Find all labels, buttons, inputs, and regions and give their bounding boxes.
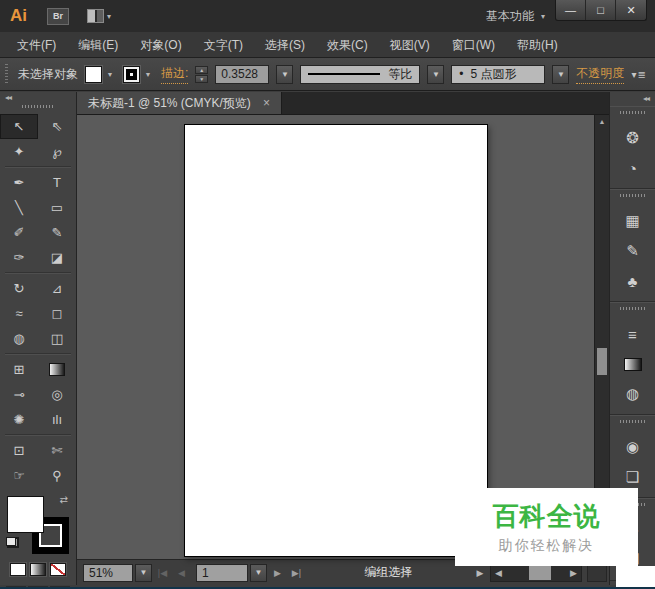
- stroke-color-control[interactable]: ▼: [123, 66, 154, 83]
- panel-gripper[interactable]: [22, 105, 54, 108]
- menu-help[interactable]: 帮助(H): [506, 32, 569, 58]
- previous-artboard-button[interactable]: ◀: [173, 568, 190, 578]
- fill-swatch[interactable]: [85, 66, 102, 83]
- mesh-tool[interactable]: ⊞: [0, 357, 38, 382]
- panel-gripper[interactable]: [620, 111, 646, 114]
- color-button[interactable]: [10, 563, 26, 576]
- shape-builder-tool[interactable]: ◍: [0, 326, 38, 351]
- selection-tool[interactable]: ↖: [0, 114, 38, 139]
- scroll-left-icon[interactable]: ◀: [495, 568, 502, 578]
- width-profile-dropdown[interactable]: ▼: [427, 65, 444, 84]
- stroke-swatch[interactable]: [123, 66, 140, 83]
- brush-definition-select[interactable]: • 5 点圆形: [451, 65, 545, 84]
- menu-select[interactable]: 选择(S): [254, 32, 316, 58]
- magic-wand-tool[interactable]: ✦: [0, 139, 38, 164]
- pencil-tool[interactable]: ✎: [38, 220, 76, 245]
- symbol-sprayer-tool[interactable]: ✺: [0, 407, 38, 432]
- control-panel-menu-icon[interactable]: ▾≣: [632, 69, 647, 80]
- stroke-weight-input[interactable]: 0.3528: [215, 65, 269, 84]
- perspective-grid-tool[interactable]: ◫: [38, 326, 76, 351]
- stroke-panel-link[interactable]: 描边:: [161, 65, 188, 84]
- type-tool[interactable]: T: [38, 170, 76, 195]
- panel-gripper[interactable]: [620, 307, 646, 310]
- artboard-number-input[interactable]: 1: [196, 564, 248, 582]
- transparency-panel-icon[interactable]: ◍: [620, 382, 646, 406]
- gradient-tool[interactable]: [38, 357, 76, 382]
- horizontal-scrollbar-thumb[interactable]: [529, 566, 551, 580]
- arrange-documents-button[interactable]: ▾: [87, 9, 111, 23]
- rotate-tool[interactable]: ↻: [0, 276, 38, 301]
- brush-definition-dropdown[interactable]: ▼: [552, 65, 569, 84]
- stepper-up-button[interactable]: ▲: [195, 66, 208, 74]
- graphic-styles-panel-icon[interactable]: ❏: [620, 465, 646, 489]
- paintbrush-tool[interactable]: ✐: [0, 220, 38, 245]
- opacity-panel-link[interactable]: 不透明度: [576, 65, 624, 84]
- scroll-right-icon[interactable]: ▶: [570, 568, 577, 578]
- status-menu-button[interactable]: ▶: [472, 568, 488, 578]
- menu-effect[interactable]: 效果(C): [316, 32, 379, 58]
- minimize-button[interactable]: —: [556, 0, 586, 20]
- chevron-down-icon[interactable]: ▼: [142, 67, 154, 81]
- artboard-tool[interactable]: ⊡: [0, 438, 38, 463]
- menu-type[interactable]: 文字(T): [193, 32, 254, 58]
- menu-object[interactable]: 对象(O): [129, 32, 192, 58]
- scale-tool[interactable]: ⊿: [38, 276, 76, 301]
- appearance-panel-icon[interactable]: ◉: [620, 435, 646, 459]
- workspace-switcher[interactable]: 基本功能 ▾: [486, 8, 545, 25]
- chevron-down-icon[interactable]: ▼: [104, 67, 116, 81]
- bridge-button[interactable]: Br: [47, 8, 69, 25]
- slice-tool[interactable]: ✄: [38, 438, 76, 463]
- scroll-up-icon[interactable]: ▲: [595, 118, 609, 125]
- vertical-scrollbar-thumb[interactable]: [597, 348, 607, 375]
- swap-fill-stroke-icon[interactable]: ⇄: [60, 494, 68, 505]
- color-guide-panel-icon[interactable]: ◔: [620, 156, 646, 180]
- menu-file[interactable]: 文件(F): [6, 32, 67, 58]
- panel-gripper[interactable]: [620, 420, 646, 423]
- fill-color-control[interactable]: ▼: [85, 66, 116, 83]
- stroke-panel-icon[interactable]: ≡: [620, 322, 646, 346]
- brushes-panel-icon[interactable]: ✎: [620, 239, 646, 263]
- none-button[interactable]: [50, 563, 66, 576]
- first-artboard-button[interactable]: |◀: [154, 568, 171, 578]
- pen-tool[interactable]: ✒: [0, 170, 38, 195]
- symbols-panel-icon[interactable]: ♣: [620, 269, 646, 293]
- zoom-dropdown[interactable]: ▼: [135, 564, 152, 582]
- menu-view[interactable]: 视图(V): [379, 32, 441, 58]
- rectangle-tool[interactable]: ▭: [38, 195, 76, 220]
- blob-brush-tool[interactable]: ✑: [0, 245, 38, 270]
- stroke-weight-dropdown[interactable]: ▼: [276, 65, 293, 84]
- collapse-panel-icon[interactable]: ◂◂: [5, 93, 11, 102]
- eraser-tool[interactable]: ◪: [38, 245, 76, 270]
- close-button[interactable]: ✕: [616, 0, 646, 20]
- direct-selection-tool[interactable]: ⇖: [38, 114, 76, 139]
- eyedropper-tool[interactable]: ⊸: [0, 382, 38, 407]
- menu-edit[interactable]: 编辑(E): [67, 32, 129, 58]
- gradient-panel-icon[interactable]: [620, 352, 646, 376]
- default-fill-stroke-icon[interactable]: [6, 537, 19, 548]
- color-panel-icon[interactable]: ❂: [620, 126, 646, 150]
- expand-panels-icon[interactable]: ◂◂: [610, 92, 655, 106]
- zoom-tool[interactable]: ⚲: [38, 463, 76, 488]
- line-segment-tool[interactable]: ╲: [0, 195, 38, 220]
- variable-width-profile-select[interactable]: 等比: [300, 65, 420, 84]
- menu-window[interactable]: 窗口(W): [441, 32, 506, 58]
- width-tool[interactable]: ≈: [0, 301, 38, 326]
- document-tab[interactable]: 未标题-1 @ 51% (CMYK/预览) ×: [77, 92, 282, 114]
- next-artboard-button[interactable]: ▶: [269, 568, 286, 578]
- last-artboard-button[interactable]: ▶|: [288, 568, 305, 578]
- fill-proxy-swatch[interactable]: [7, 496, 44, 533]
- horizontal-scrollbar[interactable]: ◀ ▶: [490, 564, 582, 582]
- close-tab-icon[interactable]: ×: [263, 96, 270, 110]
- gradient-button[interactable]: [30, 563, 46, 576]
- artboard-dropdown[interactable]: ▼: [250, 564, 267, 582]
- stepper-down-button[interactable]: ▼: [195, 75, 208, 83]
- panel-gripper[interactable]: [620, 194, 646, 197]
- blend-tool[interactable]: ◎: [38, 382, 76, 407]
- zoom-level-input[interactable]: 51%: [83, 564, 133, 582]
- swatches-panel-icon[interactable]: ▦: [620, 209, 646, 233]
- column-graph-tool[interactable]: ılı: [38, 407, 76, 432]
- panel-gripper[interactable]: [2, 64, 11, 84]
- maximize-button[interactable]: □: [586, 0, 616, 20]
- free-transform-tool[interactable]: ◻: [38, 301, 76, 326]
- hand-tool[interactable]: ☞: [0, 463, 38, 488]
